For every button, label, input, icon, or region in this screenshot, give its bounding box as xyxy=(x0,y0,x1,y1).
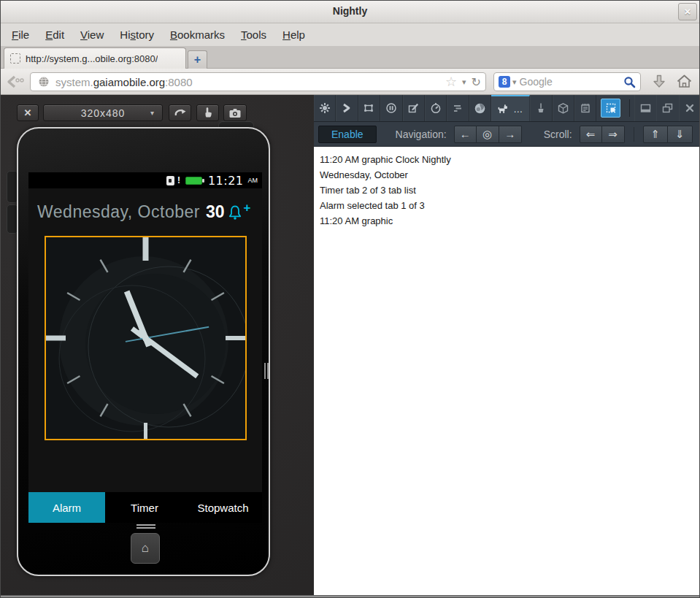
devtools-network-button[interactable] xyxy=(447,95,469,121)
add-alarm-button[interactable]: + xyxy=(228,203,251,221)
devtools-firefox-tool-button[interactable] xyxy=(469,95,491,121)
menu-edit[interactable]: Edit xyxy=(37,25,72,45)
devtools-paintbrush-button[interactable] xyxy=(530,95,552,121)
download-arrow-icon xyxy=(650,73,668,91)
url-bar[interactable]: system.gaiamobile.org:8080 ☆ ▾ ↻ xyxy=(30,72,486,91)
pause-circle-icon xyxy=(385,102,397,114)
urlbar-dropdown-icon[interactable]: ▾ xyxy=(462,77,466,87)
dog-tool-icon xyxy=(497,103,509,115)
devtools-scratchpad-button[interactable] xyxy=(574,95,596,121)
output-line: 11:20 AM graphic Clock Nightly xyxy=(320,152,700,167)
devtools-debugger-button[interactable] xyxy=(380,95,402,121)
rdm-close-button[interactable]: ✕ xyxy=(17,104,39,121)
tab-title: http://system.g...obile.org:8080/ xyxy=(26,53,158,64)
phone-screen[interactable]: ! 11:21 AM Wednesday, October 30 xyxy=(28,172,262,523)
enable-button[interactable]: Enable xyxy=(318,126,377,143)
url-domain: gaiamobile.org xyxy=(93,76,165,88)
page-button-group: ⇑ ⇓ xyxy=(643,126,693,143)
selected-tool-ellipsis: … xyxy=(513,104,523,115)
devtools-options-button[interactable] xyxy=(314,95,336,121)
browser-window: Nightly × File Edit View History Bookmar… xyxy=(0,0,700,598)
menu-bookmarks[interactable]: Bookmarks xyxy=(162,25,233,45)
rdm-touch-button[interactable] xyxy=(196,104,219,121)
status-ampm: AM xyxy=(248,177,258,184)
camera-icon xyxy=(228,107,242,119)
devtools-profiler-button[interactable] xyxy=(425,95,447,121)
gear-icon xyxy=(319,102,331,114)
menu-history[interactable]: History xyxy=(112,25,162,45)
nav-target-button[interactable]: ◎ xyxy=(477,126,499,143)
devtools-undock-button[interactable] xyxy=(656,95,678,121)
devtools-dock-button[interactable] xyxy=(634,95,656,121)
output-line: Timer tab 2 of 3 tab list xyxy=(320,183,700,198)
touch-hand-icon xyxy=(202,107,214,119)
window-bottom-border xyxy=(1,595,699,598)
clock-face xyxy=(46,237,245,439)
rdm-bottom-resize-handle[interactable] xyxy=(136,524,155,530)
nav-back-button[interactable]: ← xyxy=(454,126,477,143)
downloads-button[interactable] xyxy=(650,73,668,91)
devtools-toolbar: … xyxy=(314,95,700,122)
window-close-button[interactable]: × xyxy=(678,3,697,20)
back-arrow-icon xyxy=(5,73,26,91)
tab-timer[interactable]: Timer xyxy=(105,492,184,523)
search-engine-icon[interactable]: 8 xyxy=(499,76,510,88)
rdm-screenshot-button[interactable] xyxy=(223,104,247,121)
pencil-square-icon xyxy=(407,102,419,114)
tab-favicon-placeholder-icon xyxy=(10,53,20,64)
search-input[interactable] xyxy=(520,76,623,88)
menu-view[interactable]: View xyxy=(72,25,112,45)
tab-strip: http://system.g...obile.org:8080/ + xyxy=(1,46,699,69)
navigation-button-group: ← ◎ → xyxy=(454,126,522,143)
accessibility-output: 11:20 AM graphic Clock Nightly Wednesday… xyxy=(314,147,700,595)
devtools-selected-tool-tab[interactable]: … xyxy=(491,95,530,121)
title-bar: Nightly × xyxy=(1,1,699,23)
notepad-icon xyxy=(580,102,591,114)
header-day: 30 xyxy=(206,202,225,222)
firefox-logo-icon xyxy=(474,102,486,115)
reload-icon[interactable]: ↻ xyxy=(472,75,481,89)
home-button[interactable] xyxy=(676,73,693,90)
scroll-right-button[interactable]: ⇒ xyxy=(602,126,625,143)
devtools-responsive-mode-button-active[interactable] xyxy=(601,99,620,118)
devtools-tilt-3d-button[interactable] xyxy=(553,95,574,121)
tab-alarm[interactable]: Alarm xyxy=(28,492,105,523)
rdm-size-dropdown-icon: ▾ xyxy=(150,109,155,117)
search-bar[interactable]: 8 ▾ xyxy=(493,72,641,91)
devtools-panel: … xyxy=(314,95,700,595)
toolbar-separator xyxy=(634,127,634,142)
accessibility-toolbar: Enable Navigation: ← ◎ → Scroll: ⇐ ⇒ ⇑ ⇓ xyxy=(314,122,700,147)
stopwatch-icon xyxy=(430,102,442,114)
devtools-console-button[interactable] xyxy=(336,95,358,121)
output-line: 11:20 AM graphic xyxy=(320,213,700,229)
back-button[interactable] xyxy=(5,73,26,91)
rdm-size-select[interactable]: 320x480 ▾ xyxy=(43,104,163,121)
bookmark-star-icon[interactable]: ☆ xyxy=(445,76,457,88)
devtools-inspector-button[interactable] xyxy=(358,95,380,121)
devtools-style-editor-button[interactable] xyxy=(403,95,425,121)
browser-content-area: ✕ 320x480 ▾ xyxy=(1,95,699,595)
page-down-button[interactable]: ⇓ xyxy=(668,126,693,143)
menu-tools[interactable]: Tools xyxy=(233,25,274,45)
undock-windows-icon xyxy=(661,102,674,114)
phone-home-button[interactable]: ⌂ xyxy=(131,533,160,564)
menu-file[interactable]: File xyxy=(4,25,37,45)
devtools-close-button[interactable] xyxy=(679,95,700,121)
browser-tab[interactable]: http://system.g...obile.org:8080/ xyxy=(4,47,186,69)
tab-stopwatch[interactable]: Stopwatch xyxy=(184,492,262,523)
analog-clock[interactable] xyxy=(45,236,247,440)
search-engine-dropdown-icon[interactable]: ▾ xyxy=(512,77,517,87)
url-subdomain: system. xyxy=(55,76,93,88)
scroll-left-button[interactable]: ⇐ xyxy=(580,126,602,143)
nav-forward-button[interactable]: → xyxy=(499,126,522,143)
new-tab-button[interactable]: + xyxy=(188,50,207,69)
page-up-button[interactable]: ⇑ xyxy=(643,126,668,143)
rdm-rotate-button[interactable] xyxy=(169,104,191,121)
menu-bar: File Edit View History Bookmarks Tools H… xyxy=(1,23,699,46)
site-globe-icon xyxy=(38,76,50,88)
rdm-side-resize-handle[interactable] xyxy=(264,363,269,379)
search-magnifier-icon[interactable] xyxy=(623,76,636,88)
menu-help[interactable]: Help xyxy=(274,25,313,45)
url-text[interactable]: system.gaiamobile.org:8080 xyxy=(55,76,445,88)
navigation-toolbar: system.gaiamobile.org:8080 ☆ ▾ ↻ 8 ▾ xyxy=(1,69,699,95)
